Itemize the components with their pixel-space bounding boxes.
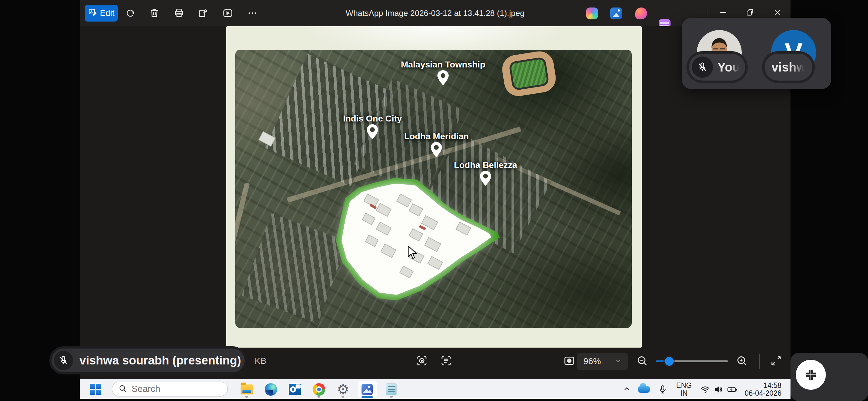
satellite-map-image: Malaysian Township Indis One City Lodha … xyxy=(235,49,632,328)
participants-panel: You V vishw xyxy=(682,18,831,89)
delete-icon xyxy=(149,8,160,19)
file-size-label: KB xyxy=(255,356,266,366)
collapse-icon xyxy=(803,367,818,382)
print-button[interactable] xyxy=(172,6,187,21)
notepad-icon[interactable] xyxy=(384,382,399,397)
running-indicator xyxy=(342,396,344,398)
zoom-in-icon xyxy=(736,355,748,368)
pin-label: Indis One City xyxy=(343,114,402,124)
tray-chevron-button[interactable] xyxy=(620,382,634,397)
zoom-level-value: 96% xyxy=(583,356,601,366)
delete-button[interactable] xyxy=(147,6,162,21)
settings-icon[interactable]: ⚙ xyxy=(336,382,350,397)
location-pin-icon xyxy=(479,170,492,187)
share-button[interactable] xyxy=(196,6,211,21)
rotate-button[interactable] xyxy=(123,6,138,21)
map-pin-lodha-meridian: Lodha Meridian xyxy=(404,132,469,158)
pin-label: Lodha Meridian xyxy=(404,132,469,141)
language-line1: ENG xyxy=(674,381,694,390)
master-plan-overlay xyxy=(235,49,632,328)
running-indicator xyxy=(390,396,393,398)
participant-tile-you[interactable]: You xyxy=(689,54,745,80)
zoom-out-button[interactable] xyxy=(634,353,650,369)
collapse-button[interactable] xyxy=(796,360,826,390)
map-pin-malaysian-township: Malaysian Township xyxy=(401,60,485,87)
mic-off-icon xyxy=(697,62,708,73)
text-extract-icon xyxy=(440,355,453,368)
photos-icon xyxy=(361,383,374,396)
copilot-icon[interactable] xyxy=(586,7,598,20)
restore-icon xyxy=(745,8,754,19)
fit-to-window-icon xyxy=(563,355,576,368)
search-icon xyxy=(118,384,127,394)
photos-icon[interactable] xyxy=(610,7,622,20)
photos-active-indicator xyxy=(362,396,373,398)
pin-label: Lodha Bellezza xyxy=(454,160,517,170)
onedrive-icon[interactable] xyxy=(637,382,651,397)
zoom-out-icon xyxy=(636,355,648,368)
windows-taskbar: ⚙ ENG IN xyxy=(80,379,790,399)
statusbar-divider xyxy=(759,354,760,369)
fit-to-window-button[interactable] xyxy=(561,353,578,369)
zoom-in-button[interactable] xyxy=(734,353,750,369)
edit-icon xyxy=(88,8,97,19)
more-icon xyxy=(247,8,258,19)
tray-date: 06-04-2026 xyxy=(736,390,781,397)
zoom-level-dropdown[interactable]: 96% xyxy=(577,353,628,370)
visual-search-icon xyxy=(415,355,428,368)
map-pin-lodha-bellezza: Lodha Bellezza xyxy=(454,160,517,187)
chevron-up-icon xyxy=(623,385,631,394)
clock[interactable]: 14:58 06-04-2026 xyxy=(736,381,781,397)
text-extract-button[interactable] xyxy=(438,353,454,369)
meet-call-screen: Edit WhatsApp Image 2026-03-12 at 13.41.… xyxy=(0,0,868,401)
edge-icon[interactable] xyxy=(264,382,278,397)
visual-search-button[interactable] xyxy=(414,353,430,369)
share-icon xyxy=(198,8,209,19)
photos-taskbar-icon[interactable] xyxy=(360,382,375,397)
close-icon xyxy=(773,8,782,19)
running-indicator xyxy=(317,396,320,398)
mic-off-icon xyxy=(58,355,69,366)
presenter-pill[interactable]: vishwa sourabh (presenting) xyxy=(52,348,245,372)
edit-button[interactable]: Edit xyxy=(85,5,118,22)
minimize-icon xyxy=(718,8,728,19)
location-pin-icon xyxy=(436,70,450,87)
zoom-slider[interactable] xyxy=(656,360,728,362)
running-indicator xyxy=(245,396,248,398)
rotate-icon xyxy=(125,8,135,19)
mouse-cursor xyxy=(406,245,417,260)
more-button[interactable] xyxy=(245,6,260,21)
presented-slide: Malaysian Township Indis One City Lodha … xyxy=(226,26,642,347)
pip-panel xyxy=(790,353,868,401)
outlook-icon[interactable] xyxy=(287,382,303,397)
chrome-icon[interactable] xyxy=(312,382,327,397)
start-button[interactable] xyxy=(90,384,101,395)
language-indicator[interactable]: ENG IN xyxy=(674,381,694,397)
participant-name: You xyxy=(717,60,740,74)
slideshow-icon xyxy=(222,8,233,19)
print-icon xyxy=(174,8,184,19)
chevron-down-icon xyxy=(615,356,621,366)
search-input[interactable] xyxy=(131,384,216,394)
designer-icon[interactable] xyxy=(635,7,647,20)
edit-button-label: Edit xyxy=(100,8,115,18)
microphone-icon[interactable] xyxy=(656,382,670,397)
file-explorer-icon[interactable] xyxy=(239,382,254,397)
language-line2: IN xyxy=(674,390,694,397)
participant-name: vishw xyxy=(771,60,806,74)
taskbar-search[interactable] xyxy=(112,381,228,396)
location-pin-icon xyxy=(366,124,379,140)
pin-label: Malaysian Township xyxy=(401,60,485,70)
fullscreen-icon xyxy=(770,355,782,368)
participant-tile-vishw[interactable]: vishw xyxy=(765,54,812,80)
slideshow-button[interactable] xyxy=(220,6,235,21)
fullscreen-button[interactable] xyxy=(768,353,784,369)
map-pin-indis-one-city: Indis One City xyxy=(343,114,402,140)
mic-muted-badge xyxy=(54,351,73,370)
mic-muted-badge xyxy=(692,57,713,78)
wifi-icon[interactable] xyxy=(698,382,712,397)
volume-icon[interactable] xyxy=(712,382,725,397)
zoom-slider-thumb[interactable] xyxy=(665,357,674,366)
location-pin-icon xyxy=(430,141,443,158)
presenter-name: vishwa sourabh (presenting) xyxy=(80,354,241,367)
